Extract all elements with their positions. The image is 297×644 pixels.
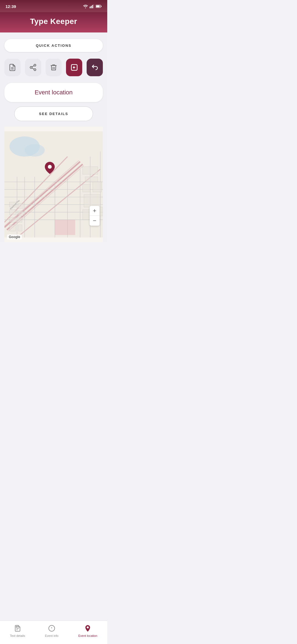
app-header: Type Keeper [0,12,107,32]
svg-line-13 [32,66,34,67]
share-button[interactable] [25,59,41,76]
main-content: QUICK ACTIONS [0,32,107,242]
svg-rect-40 [93,182,101,192]
map-pin [45,162,55,175]
map-zoom-controls: + − [90,206,100,226]
battery-icon [96,5,102,8]
signal-icon [90,4,94,8]
svg-rect-1 [91,6,92,8]
status-icons [83,4,102,8]
status-bar: 12:39 [0,0,107,12]
svg-point-11 [34,69,36,71]
undo-icon [91,64,99,71]
svg-rect-41 [84,195,100,207]
svg-rect-2 [92,5,93,8]
svg-rect-39 [83,184,90,192]
export-button[interactable] [66,59,82,76]
wifi-icon [83,4,88,8]
svg-rect-46 [18,203,23,208]
svg-rect-3 [94,4,94,8]
svg-rect-0 [90,7,90,8]
status-time: 12:39 [6,4,16,9]
svg-point-10 [30,67,32,69]
map-container[interactable]: Bayshore Fwy + − Google [4,127,103,242]
quick-actions-button[interactable]: QUICK ACTIONS [4,39,103,52]
map-svg: Bayshore Fwy [4,127,103,242]
zoom-in-button[interactable]: + [90,206,100,216]
export-icon [70,64,78,71]
google-logo: Google [7,234,22,239]
svg-point-18 [24,144,45,157]
svg-rect-6 [96,6,100,7]
svg-rect-37 [83,167,98,174]
trash-icon [50,64,57,71]
app-title: Type Keeper [4,17,103,26]
document-button[interactable] [4,59,21,76]
see-details-button[interactable]: SEE DETAILS [14,107,93,121]
svg-rect-51 [55,220,75,235]
delete-button[interactable] [46,59,62,76]
event-location-card: Event location [4,83,103,102]
svg-rect-49 [9,225,16,231]
event-location-title: Event location [35,89,73,96]
svg-rect-45 [9,210,16,215]
zoom-out-button[interactable]: − [90,216,100,226]
svg-rect-50 [18,225,22,231]
svg-rect-5 [101,6,102,7]
share-icon [29,64,37,71]
svg-line-12 [32,68,34,69]
svg-rect-38 [85,177,98,182]
document-icon [9,64,16,71]
undo-button[interactable] [87,59,103,76]
location-pin-icon [45,162,55,174]
svg-point-9 [34,64,36,66]
svg-point-55 [48,165,52,169]
action-icons-row [4,59,103,76]
